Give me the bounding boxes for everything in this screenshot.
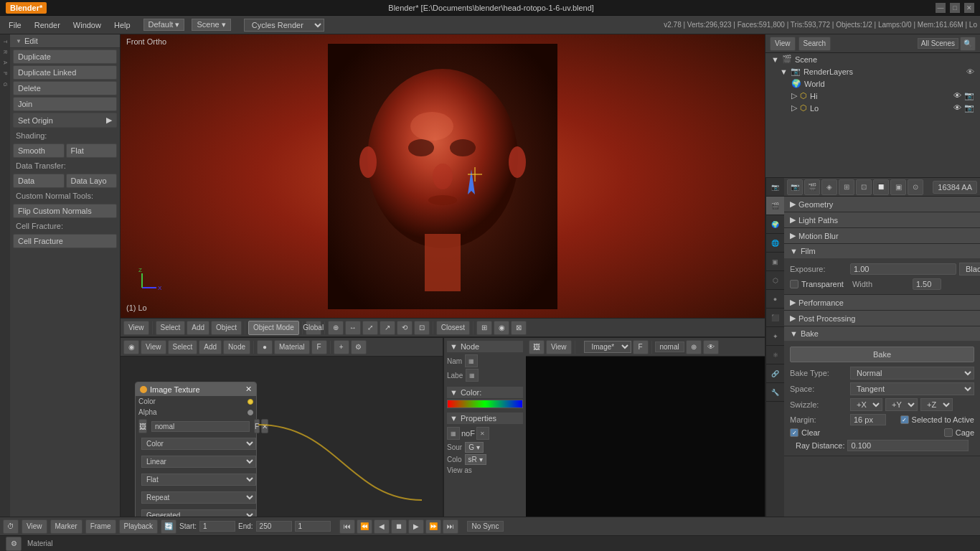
tab-world[interactable]: 🌐	[766, 234, 784, 253]
duplicate-linked-button[interactable]: Duplicate Linked	[13, 65, 117, 80]
tb-icon-9[interactable]: ⊠	[511, 321, 527, 335]
menu-window[interactable]: Window	[67, 19, 107, 31]
hi-item[interactable]: ▷ ⬡ Hi 👁 📷	[765, 90, 980, 102]
img-icon-view[interactable]: 👁	[703, 340, 719, 354]
geometry-header[interactable]: ▶ Geometry	[784, 197, 980, 212]
tab-physics[interactable]: ⚛	[766, 346, 784, 364]
3d-viewport[interactable]: Front Ortho (1) Lo X Z	[121, 34, 765, 318]
outliner-view-btn[interactable]: View	[770, 37, 796, 51]
render-layers-item[interactable]: ▼ 📷 RenderLayers 👁	[765, 65, 980, 77]
join-button[interactable]: Join	[13, 97, 117, 111]
post-proc-header[interactable]: ▶ Post Processing	[784, 311, 980, 326]
ne-select[interactable]: Select	[168, 340, 198, 354]
menu-file[interactable]: File	[3, 19, 27, 31]
tab-material[interactable]: ●	[766, 290, 784, 309]
tb-object[interactable]: Object	[211, 321, 242, 335]
exposure-input[interactable]	[850, 263, 956, 275]
repeat-select[interactable]: Repeat	[141, 491, 256, 504]
del-icon[interactable]: ✕	[261, 419, 268, 433]
data-button[interactable]: Data	[13, 174, 65, 188]
name-icon[interactable]: ▦	[465, 354, 478, 367]
status-icon[interactable]: ⚙	[6, 537, 22, 551]
search-icon[interactable]: 🔍	[960, 37, 976, 51]
tab-object[interactable]: ▣	[766, 253, 784, 271]
outliner-search-btn[interactable]: Search	[798, 37, 831, 51]
next-frame-icon[interactable]: ⏩	[425, 519, 441, 534]
img-select[interactable]: Image*	[584, 341, 631, 353]
prev-frame-icon[interactable]: ⏪	[357, 519, 372, 534]
tb-icon-7[interactable]: ⊞	[476, 321, 492, 335]
tb-icon-1[interactable]: ⊕	[328, 321, 344, 335]
play-icon[interactable]: ▶	[408, 519, 424, 534]
tab-texture[interactable]: ⬛	[766, 309, 784, 327]
tab-render-active[interactable]: 🎬	[766, 197, 784, 215]
tab-relati[interactable]: R	[3, 47, 8, 57]
end-input[interactable]	[256, 521, 292, 532]
node-canvas[interactable]: Image Texture ✕ Color Alpha	[121, 357, 443, 517]
tab-render[interactable]: 📷	[766, 178, 784, 197]
ne-icon-zoom[interactable]: +	[334, 340, 349, 354]
workspace-selector[interactable]: Default ▾	[143, 19, 185, 31]
tb-icon-2[interactable]: ↔	[345, 321, 361, 335]
render-icon-6[interactable]: 🔲	[873, 179, 889, 195]
performance-header[interactable]: ▶ Performance	[784, 295, 980, 310]
bake-button[interactable]: Bake	[790, 347, 974, 362]
flat-select[interactable]: Flat	[141, 474, 256, 486]
tab-constraints[interactable]: 🔗	[766, 364, 784, 383]
cell-fracture-button[interactable]: Cell Fracture	[13, 234, 117, 248]
swizzle-z-select[interactable]: +Z-Z	[920, 398, 953, 411]
start-input[interactable]	[199, 521, 235, 532]
play-end-icon[interactable]: ⏭	[443, 519, 458, 534]
nof-icon[interactable]: ▦	[447, 427, 460, 440]
tb-add[interactable]: Add	[187, 321, 209, 335]
set-origin-button[interactable]: Set Origin ▶	[13, 113, 117, 128]
ne-icon-settings[interactable]: ⚙	[351, 340, 367, 354]
duplicate-button[interactable]: Duplicate	[13, 50, 117, 64]
motion-blur-header[interactable]: ▶ Motion Blur	[784, 228, 980, 243]
current-frame-input[interactable]	[295, 521, 331, 532]
ne-icon-mat[interactable]: ●	[257, 340, 273, 354]
bake-header[interactable]: ▼ Bake	[784, 326, 980, 341]
smooth-button[interactable]: Smooth	[13, 143, 65, 158]
tb-snapping[interactable]: Closest	[436, 321, 470, 335]
world-item[interactable]: 🌍 World	[765, 77, 980, 90]
f-icon[interactable]: F	[254, 419, 260, 433]
film-header[interactable]: ▼ Film	[784, 244, 980, 258]
minimize-button[interactable]: —	[936, 3, 946, 13]
tl-anim-icon[interactable]: 🔄	[161, 519, 176, 534]
tb-mode[interactable]: Object Mode	[248, 321, 299, 335]
filter-select[interactable]: Blackman-Harris	[959, 263, 980, 276]
data-layo-button[interactable]: Data Layo	[66, 174, 118, 188]
tl-marker[interactable]: Marker	[50, 519, 83, 534]
timeline-icon[interactable]: ⏱	[3, 519, 19, 534]
render-icon-2[interactable]: 🎬	[804, 179, 820, 195]
hi-render[interactable]: 📷	[964, 91, 974, 100]
render-icon-8[interactable]: ⊙	[908, 179, 923, 195]
tb-view[interactable]: View	[123, 321, 149, 335]
img-f-icon[interactable]: F	[633, 340, 649, 354]
ne-view[interactable]: View	[141, 340, 166, 354]
selected-active-checkbox[interactable]	[900, 415, 909, 424]
play-back-icon[interactable]: ◀	[374, 519, 390, 534]
cage-checkbox[interactable]	[944, 428, 953, 437]
color-picker[interactable]	[447, 400, 523, 408]
render-icon-5[interactable]: ⊡	[856, 179, 872, 195]
color-socket[interactable]	[248, 399, 253, 405]
ne-node[interactable]: Node	[223, 340, 250, 354]
transparent-cb[interactable]	[790, 280, 798, 288]
img-icon-extra[interactable]: ⊕	[686, 340, 702, 354]
rl-eye-icon[interactable]: 👁	[966, 67, 974, 76]
tab-anim[interactable]: A	[3, 58, 8, 67]
ne-add[interactable]: Add	[199, 340, 222, 354]
img-filename[interactable]: nomal	[655, 342, 684, 352]
render-icon-1[interactable]: 📷	[787, 179, 803, 195]
tb-icon-3[interactable]: ⤢	[362, 321, 378, 335]
swizzle-y-select[interactable]: +Y-Y	[885, 398, 918, 411]
bake-type-select[interactable]: Normal Diffuse Ambient Occlusion	[850, 367, 974, 380]
img-view[interactable]: View	[546, 340, 572, 354]
render-icon-4[interactable]: ⊞	[839, 179, 854, 195]
render-icon-3[interactable]: ◈	[821, 179, 837, 195]
scene-selector[interactable]: Scene ▾	[192, 19, 230, 31]
menu-render[interactable]: Render	[29, 19, 66, 31]
filename-input[interactable]	[151, 421, 250, 432]
